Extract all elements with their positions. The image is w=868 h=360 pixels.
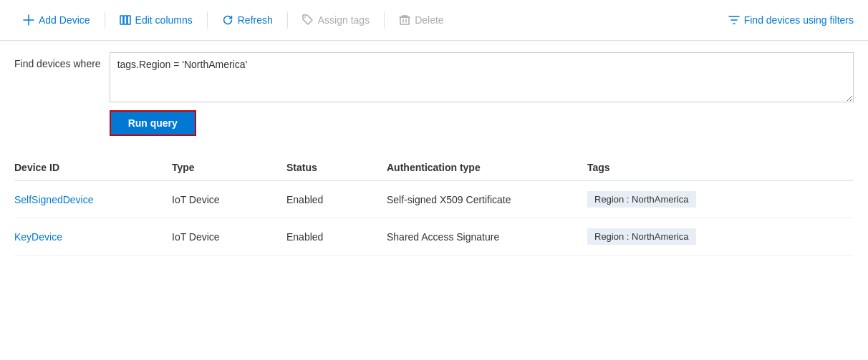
table-row: SelfSignedDeviceIoT DeviceEnabledSelf-si… xyxy=(14,181,854,218)
table-header: Device ID Type Status Authentication typ… xyxy=(14,155,854,181)
cell-status: Enabled xyxy=(286,181,387,218)
plus-icon xyxy=(23,14,34,26)
cell-auth-type: Shared Access Signature xyxy=(387,218,587,256)
table-row: KeyDeviceIoT DeviceEnabledShared Access … xyxy=(14,218,854,256)
toolbar-left: Add Device Edit columns Refresh xyxy=(14,10,728,30)
delete-button[interactable]: Delete xyxy=(390,10,452,30)
toolbar-right: Find devices using filters xyxy=(728,14,854,26)
query-input[interactable]: tags.Region = 'NorthAmerica' xyxy=(110,52,854,102)
separator-4 xyxy=(384,11,385,29)
svg-point-3 xyxy=(304,16,306,18)
tag-badge: Region : NorthAmerica xyxy=(587,191,696,208)
filter-icon xyxy=(728,14,740,26)
filter-label: Find devices where xyxy=(14,52,101,69)
separator-2 xyxy=(207,11,208,29)
edit-columns-button[interactable]: Edit columns xyxy=(111,10,201,30)
cell-type: IoT Device xyxy=(172,218,286,256)
device-link-0[interactable]: SelfSignedDevice xyxy=(14,194,94,205)
cell-tags: Region : NorthAmerica xyxy=(587,218,854,256)
separator-1 xyxy=(105,11,105,29)
refresh-label: Refresh xyxy=(238,14,273,26)
col-header-status: Status xyxy=(286,155,387,181)
refresh-icon xyxy=(222,14,233,26)
separator-3 xyxy=(287,11,288,29)
cell-device-id: SelfSignedDevice xyxy=(14,181,172,218)
refresh-button[interactable]: Refresh xyxy=(213,10,281,30)
cell-type: IoT Device xyxy=(172,181,286,218)
find-devices-label: Find devices using filters xyxy=(744,14,854,26)
svg-rect-2 xyxy=(127,16,130,24)
svg-rect-4 xyxy=(400,17,409,24)
tag-badge: Region : NorthAmerica xyxy=(587,228,696,245)
device-link-1[interactable]: KeyDevice xyxy=(14,231,62,243)
filter-row: Find devices where tags.Region = 'NorthA… xyxy=(0,41,868,147)
add-device-label: Add Device xyxy=(39,14,90,26)
tag-icon xyxy=(302,14,314,26)
col-header-type: Type xyxy=(172,155,286,181)
toolbar: Add Device Edit columns Refresh xyxy=(0,0,868,41)
edit-columns-label: Edit columns xyxy=(135,14,193,26)
run-query-label: Run query xyxy=(128,117,178,129)
svg-rect-1 xyxy=(124,16,127,24)
cell-status: Enabled xyxy=(286,218,387,256)
add-device-button[interactable]: Add Device xyxy=(14,10,99,30)
delete-label: Delete xyxy=(415,14,443,26)
cell-device-id: KeyDevice xyxy=(14,218,172,256)
table-body: SelfSignedDeviceIoT DeviceEnabledSelf-si… xyxy=(14,181,854,256)
col-header-tags: Tags xyxy=(587,155,854,181)
run-query-wrapper: Run query xyxy=(110,110,854,136)
delete-icon xyxy=(399,14,410,26)
filter-input-area: tags.Region = 'NorthAmerica' Run query xyxy=(110,52,854,136)
svg-rect-0 xyxy=(120,16,123,24)
col-header-device-id: Device ID xyxy=(14,155,172,181)
assign-tags-label: Assign tags xyxy=(318,14,370,26)
cell-auth-type: Self-signed X509 Certificate xyxy=(387,181,587,218)
assign-tags-button[interactable]: Assign tags xyxy=(294,10,378,30)
cell-tags: Region : NorthAmerica xyxy=(587,181,854,218)
run-query-button[interactable]: Run query xyxy=(110,110,196,136)
device-table: Device ID Type Status Authentication typ… xyxy=(14,155,854,256)
col-header-auth-type: Authentication type xyxy=(387,155,587,181)
columns-icon xyxy=(120,14,131,26)
table-section: Device ID Type Status Authentication typ… xyxy=(0,147,868,270)
